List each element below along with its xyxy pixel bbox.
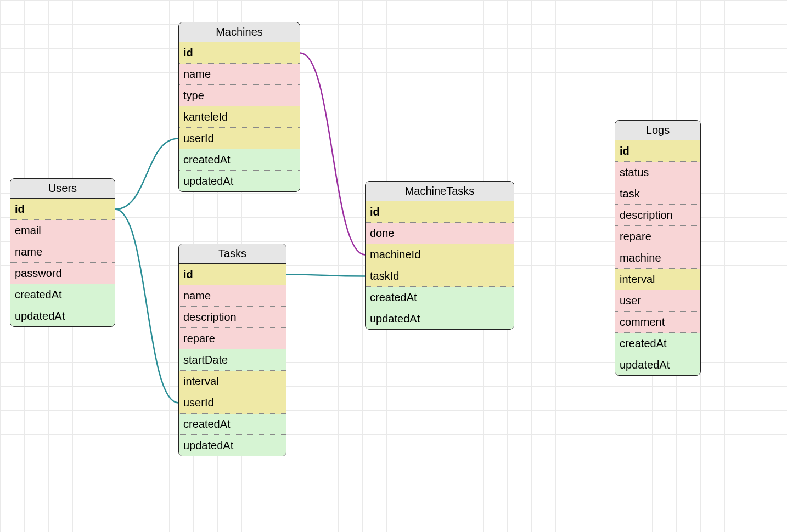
table-machinetasks[interactable]: MachineTasks id done machineId taskId cr…: [365, 181, 514, 330]
field-tasks-id[interactable]: id: [179, 264, 286, 285]
table-users[interactable]: Users id email name password createdAt u…: [10, 178, 115, 327]
field-machinetasks-id[interactable]: id: [366, 201, 514, 223]
field-machinetasks-updatedat[interactable]: updatedAt: [366, 308, 514, 329]
field-tasks-userid[interactable]: userId: [179, 392, 286, 414]
field-logs-comment[interactable]: comment: [615, 312, 700, 333]
field-users-password[interactable]: password: [10, 263, 115, 284]
field-logs-status[interactable]: status: [615, 162, 700, 183]
field-machines-createdat[interactable]: createdAt: [179, 149, 300, 171]
field-machinetasks-createdat[interactable]: createdAt: [366, 287, 514, 308]
table-tasks[interactable]: Tasks id name description repare startDa…: [178, 244, 286, 456]
table-machines[interactable]: Machines id name type kanteleId userId c…: [178, 22, 300, 192]
table-title-logs: Logs: [615, 121, 700, 140]
field-logs-repare[interactable]: repare: [615, 226, 700, 247]
table-title-machinetasks: MachineTasks: [366, 182, 514, 201]
field-tasks-createdat[interactable]: createdAt: [179, 414, 286, 435]
field-logs-task[interactable]: task: [615, 183, 700, 205]
field-logs-user[interactable]: user: [615, 290, 700, 312]
field-logs-machine[interactable]: machine: [615, 247, 700, 269]
table-logs[interactable]: Logs id status task description repare m…: [615, 120, 701, 376]
field-machines-updatedat[interactable]: updatedAt: [179, 171, 300, 191]
field-users-name[interactable]: name: [10, 241, 115, 263]
field-tasks-startdate[interactable]: startDate: [179, 349, 286, 371]
field-machines-kanteleid[interactable]: kanteleId: [179, 106, 300, 128]
field-logs-createdat[interactable]: createdAt: [615, 333, 700, 354]
field-users-createdat[interactable]: createdAt: [10, 284, 115, 305]
table-title-machines: Machines: [179, 22, 300, 42]
field-tasks-name[interactable]: name: [179, 285, 286, 307]
field-logs-id[interactable]: id: [615, 140, 700, 162]
field-machines-name[interactable]: name: [179, 64, 300, 85]
field-tasks-repare[interactable]: repare: [179, 328, 286, 349]
field-machinetasks-machineid[interactable]: machineId: [366, 244, 514, 265]
table-title-tasks: Tasks: [179, 244, 286, 264]
field-machinetasks-taskid[interactable]: taskId: [366, 265, 514, 287]
field-machines-id[interactable]: id: [179, 42, 300, 64]
field-machines-userid[interactable]: userId: [179, 128, 300, 149]
field-logs-updatedat[interactable]: updatedAt: [615, 354, 700, 375]
field-tasks-interval[interactable]: interval: [179, 371, 286, 392]
field-logs-description[interactable]: description: [615, 205, 700, 226]
field-users-id[interactable]: id: [10, 199, 115, 220]
field-logs-interval[interactable]: interval: [615, 269, 700, 290]
field-tasks-description[interactable]: description: [179, 307, 286, 328]
field-machinetasks-done[interactable]: done: [366, 223, 514, 244]
field-tasks-updatedat[interactable]: updatedAt: [179, 435, 286, 456]
field-users-updatedat[interactable]: updatedAt: [10, 305, 115, 326]
table-title-users: Users: [10, 179, 115, 199]
field-users-email[interactable]: email: [10, 220, 115, 241]
field-machines-type[interactable]: type: [179, 85, 300, 106]
